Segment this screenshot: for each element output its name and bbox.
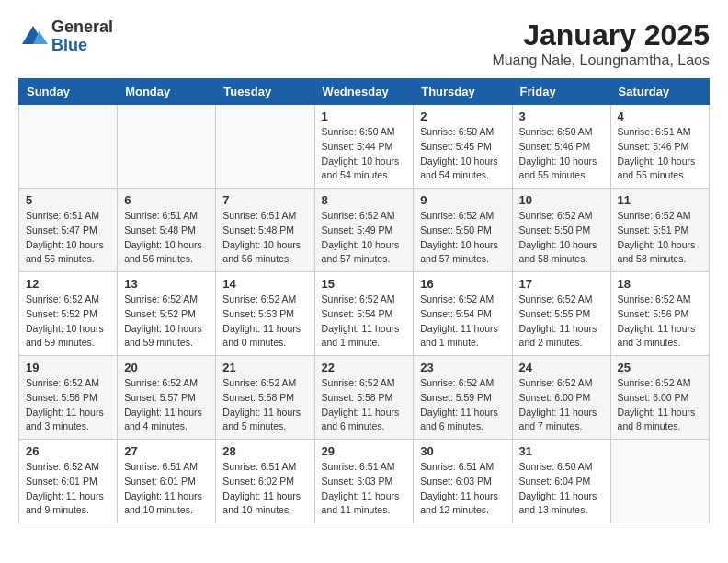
calendar-cell: 31Sunrise: 6:50 AM Sunset: 6:04 PM Dayli… <box>512 440 610 523</box>
day-info: Sunrise: 6:52 AM Sunset: 5:50 PM Dayligh… <box>519 209 604 267</box>
calendar-cell: 23Sunrise: 6:52 AM Sunset: 5:59 PM Dayli… <box>414 356 512 440</box>
day-info: Sunrise: 6:51 AM Sunset: 5:48 PM Dayligh… <box>222 209 307 267</box>
calendar-week-row: 19Sunrise: 6:52 AM Sunset: 5:56 PM Dayli… <box>19 356 710 440</box>
calendar-cell: 25Sunrise: 6:52 AM Sunset: 6:00 PM Dayli… <box>610 356 709 440</box>
calendar-cell: 7Sunrise: 6:51 AM Sunset: 5:48 PM Daylig… <box>216 189 314 272</box>
day-number: 15 <box>322 277 407 291</box>
calendar-cell: 2Sunrise: 6:50 AM Sunset: 5:45 PM Daylig… <box>414 105 512 189</box>
day-number: 27 <box>124 444 209 458</box>
logo-text: General Blue <box>51 18 113 55</box>
calendar-cell: 13Sunrise: 6:52 AM Sunset: 5:52 PM Dayli… <box>118 272 216 356</box>
day-info: Sunrise: 6:52 AM Sunset: 5:53 PM Dayligh… <box>222 293 307 350</box>
calendar-table: SundayMondayTuesdayWednesdayThursdayFrid… <box>18 78 710 523</box>
day-info: Sunrise: 6:52 AM Sunset: 6:00 PM Dayligh… <box>618 376 702 434</box>
day-info: Sunrise: 6:52 AM Sunset: 5:56 PM Dayligh… <box>618 293 702 350</box>
day-info: Sunrise: 6:50 AM Sunset: 5:46 PM Dayligh… <box>519 125 604 183</box>
day-number: 2 <box>420 109 505 123</box>
day-number: 6 <box>124 193 209 207</box>
calendar-cell: 18Sunrise: 6:52 AM Sunset: 5:56 PM Dayli… <box>610 272 709 356</box>
calendar-cell <box>19 105 118 189</box>
day-info: Sunrise: 6:52 AM Sunset: 6:01 PM Dayligh… <box>26 460 110 518</box>
calendar-cell: 3Sunrise: 6:50 AM Sunset: 5:46 PM Daylig… <box>512 105 610 189</box>
day-info: Sunrise: 6:52 AM Sunset: 5:58 PM Dayligh… <box>322 376 407 434</box>
day-number: 14 <box>222 277 307 291</box>
weekday-header-thursday: Thursday <box>414 79 512 105</box>
logo-icon <box>18 22 48 52</box>
day-number: 16 <box>420 277 505 291</box>
calendar-cell: 21Sunrise: 6:52 AM Sunset: 5:58 PM Dayli… <box>216 356 314 440</box>
day-info: Sunrise: 6:52 AM Sunset: 5:54 PM Dayligh… <box>420 293 505 350</box>
day-info: Sunrise: 6:52 AM Sunset: 5:58 PM Dayligh… <box>222 376 307 434</box>
day-info: Sunrise: 6:50 AM Sunset: 5:44 PM Dayligh… <box>322 125 407 183</box>
day-info: Sunrise: 6:52 AM Sunset: 6:00 PM Dayligh… <box>519 376 604 434</box>
calendar-cell: 22Sunrise: 6:52 AM Sunset: 5:58 PM Dayli… <box>314 356 414 440</box>
day-number: 5 <box>26 193 110 207</box>
day-number: 10 <box>519 193 604 207</box>
calendar-cell <box>118 105 216 189</box>
calendar-cell: 15Sunrise: 6:52 AM Sunset: 5:54 PM Dayli… <box>314 272 414 356</box>
calendar-week-row: 1Sunrise: 6:50 AM Sunset: 5:44 PM Daylig… <box>19 105 710 189</box>
day-number: 7 <box>222 193 307 207</box>
calendar-cell <box>216 105 314 189</box>
day-number: 3 <box>519 109 604 123</box>
day-info: Sunrise: 6:52 AM Sunset: 5:49 PM Dayligh… <box>322 209 407 267</box>
day-info: Sunrise: 6:52 AM Sunset: 5:54 PM Dayligh… <box>322 293 407 350</box>
calendar-cell: 29Sunrise: 6:51 AM Sunset: 6:03 PM Dayli… <box>314 440 414 523</box>
day-info: Sunrise: 6:51 AM Sunset: 5:48 PM Dayligh… <box>124 209 209 267</box>
day-info: Sunrise: 6:51 AM Sunset: 5:47 PM Dayligh… <box>26 209 110 267</box>
day-number: 25 <box>618 361 702 374</box>
calendar-cell: 16Sunrise: 6:52 AM Sunset: 5:54 PM Dayli… <box>414 272 512 356</box>
weekday-header-sunday: Sunday <box>19 79 118 105</box>
day-number: 9 <box>420 193 505 207</box>
calendar-cell: 8Sunrise: 6:52 AM Sunset: 5:49 PM Daylig… <box>314 189 414 272</box>
title-block: January 2025 Muang Nale, Loungnamtha, La… <box>492 18 710 69</box>
calendar-cell <box>610 440 709 523</box>
day-info: Sunrise: 6:52 AM Sunset: 5:57 PM Dayligh… <box>124 376 209 434</box>
day-info: Sunrise: 6:51 AM Sunset: 6:03 PM Dayligh… <box>322 460 407 518</box>
day-number: 11 <box>618 193 702 207</box>
day-number: 28 <box>222 444 307 458</box>
calendar-cell: 1Sunrise: 6:50 AM Sunset: 5:44 PM Daylig… <box>314 105 414 189</box>
calendar-cell: 27Sunrise: 6:51 AM Sunset: 6:01 PM Dayli… <box>118 440 216 523</box>
day-info: Sunrise: 6:52 AM Sunset: 5:52 PM Dayligh… <box>26 293 110 350</box>
calendar-cell: 14Sunrise: 6:52 AM Sunset: 5:53 PM Dayli… <box>216 272 314 356</box>
weekday-header-wednesday: Wednesday <box>314 79 414 105</box>
weekday-header-tuesday: Tuesday <box>216 79 314 105</box>
logo-blue-text: Blue <box>51 37 113 55</box>
calendar-cell: 24Sunrise: 6:52 AM Sunset: 6:00 PM Dayli… <box>512 356 610 440</box>
weekday-header-saturday: Saturday <box>610 79 709 105</box>
logo-general-text: General <box>51 18 113 37</box>
weekday-header-row: SundayMondayTuesdayWednesdayThursdayFrid… <box>19 79 710 105</box>
calendar-cell: 6Sunrise: 6:51 AM Sunset: 5:48 PM Daylig… <box>118 189 216 272</box>
day-number: 19 <box>26 361 110 374</box>
day-number: 23 <box>420 361 505 374</box>
day-number: 30 <box>420 444 505 458</box>
location-subtitle: Muang Nale, Loungnamtha, Laos <box>492 52 710 69</box>
day-number: 31 <box>519 444 604 458</box>
day-info: Sunrise: 6:51 AM Sunset: 6:03 PM Dayligh… <box>420 460 505 518</box>
day-info: Sunrise: 6:50 AM Sunset: 6:04 PM Dayligh… <box>519 460 604 518</box>
calendar-week-row: 26Sunrise: 6:52 AM Sunset: 6:01 PM Dayli… <box>19 440 710 523</box>
day-number: 8 <box>322 193 407 207</box>
day-number: 18 <box>618 277 702 291</box>
calendar-week-row: 12Sunrise: 6:52 AM Sunset: 5:52 PM Dayli… <box>19 272 710 356</box>
day-info: Sunrise: 6:51 AM Sunset: 5:46 PM Dayligh… <box>618 125 702 183</box>
calendar-cell: 11Sunrise: 6:52 AM Sunset: 5:51 PM Dayli… <box>610 189 709 272</box>
calendar-cell: 26Sunrise: 6:52 AM Sunset: 6:01 PM Dayli… <box>19 440 118 523</box>
weekday-header-friday: Friday <box>512 79 610 105</box>
day-number: 20 <box>124 361 209 374</box>
calendar-cell: 4Sunrise: 6:51 AM Sunset: 5:46 PM Daylig… <box>610 105 709 189</box>
day-number: 24 <box>519 361 604 374</box>
day-number: 4 <box>618 109 702 123</box>
weekday-header-monday: Monday <box>118 79 216 105</box>
day-info: Sunrise: 6:52 AM Sunset: 5:59 PM Dayligh… <box>420 376 505 434</box>
logo: General Blue <box>18 18 113 55</box>
calendar-cell: 5Sunrise: 6:51 AM Sunset: 5:47 PM Daylig… <box>19 189 118 272</box>
day-info: Sunrise: 6:52 AM Sunset: 5:51 PM Dayligh… <box>618 209 702 267</box>
calendar-week-row: 5Sunrise: 6:51 AM Sunset: 5:47 PM Daylig… <box>19 189 710 272</box>
day-info: Sunrise: 6:52 AM Sunset: 5:56 PM Dayligh… <box>26 376 110 434</box>
day-info: Sunrise: 6:52 AM Sunset: 5:55 PM Dayligh… <box>519 293 604 350</box>
calendar-cell: 19Sunrise: 6:52 AM Sunset: 5:56 PM Dayli… <box>19 356 118 440</box>
day-info: Sunrise: 6:52 AM Sunset: 5:52 PM Dayligh… <box>124 293 209 350</box>
day-number: 13 <box>124 277 209 291</box>
